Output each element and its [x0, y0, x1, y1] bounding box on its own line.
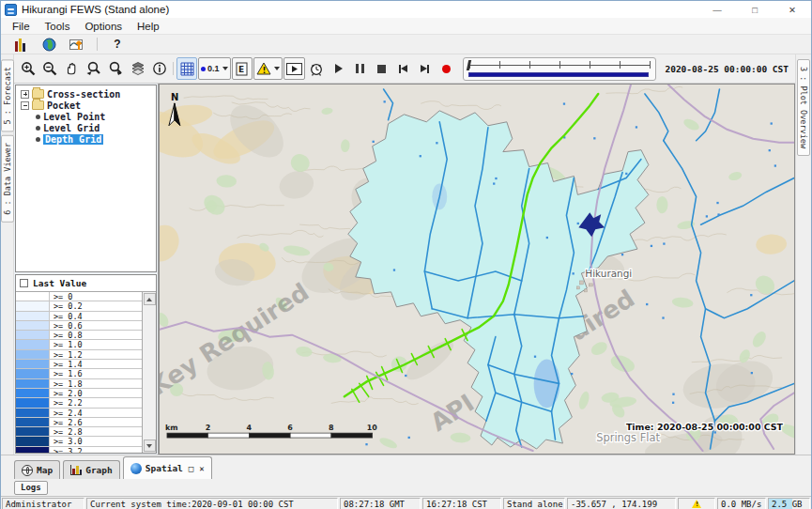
legend-row: >= 3.0	[16, 437, 142, 446]
menu-item[interactable]: Help	[130, 20, 167, 33]
legend-row: >= 2.6	[16, 418, 142, 427]
legend-swatch	[16, 350, 50, 359]
tree-node-level-point[interactable]: Level Point	[16, 111, 156, 122]
labels-toggle-button[interactable]: E	[232, 57, 253, 80]
tab-graph[interactable]: Graph	[63, 460, 120, 479]
help-button[interactable]: ?	[107, 33, 128, 55]
contour-threshold-dropdown[interactable]: 0.1	[198, 57, 231, 80]
legend-swatch	[16, 340, 50, 348]
skip-to-start-button[interactable]	[393, 57, 414, 80]
map-time-label: Time: 2020-08-25 00:00:00 CST	[626, 422, 784, 432]
logs-button[interactable]: Logs	[14, 481, 48, 495]
content-area: Cross-section Pocket Level Point	[14, 84, 795, 455]
tree-node-level-grid[interactable]: Level Grid	[16, 122, 156, 133]
scale-tick-label: 4	[246, 424, 252, 432]
time-slider-thumb[interactable]	[466, 60, 470, 70]
town-label: Hikurangi	[585, 268, 632, 279]
scroll-up-button[interactable]	[144, 293, 156, 305]
folder-icon	[32, 89, 44, 99]
time-slider[interactable]	[463, 57, 657, 81]
close-button[interactable]: ✕	[774, 1, 811, 18]
warning-layers-dropdown[interactable]: !	[253, 57, 283, 80]
zoom-in-button[interactable]	[18, 57, 38, 80]
tab-spatial[interactable]: Spatial □ ✕	[123, 456, 212, 479]
scale-tick-label: 2	[206, 424, 211, 432]
tab-map[interactable]: Map	[14, 460, 60, 479]
movie-export-button[interactable]	[283, 57, 305, 80]
skip-start-icon	[399, 65, 408, 73]
pan-button[interactable]	[61, 57, 82, 80]
legend-label: >= 3.2	[50, 447, 142, 453]
legend-row: >= 0.4	[16, 312, 142, 321]
layers-icon	[130, 61, 146, 76]
layer-tree: Cross-section Pocket Level Point	[15, 85, 157, 272]
record-button[interactable]	[437, 57, 457, 80]
scale-unit-label: km	[165, 424, 178, 432]
tab-close-icon[interactable]: ✕	[199, 464, 204, 473]
info-button[interactable]	[149, 57, 170, 80]
alarm-clock-icon	[309, 61, 325, 76]
maximize-button[interactable]: □	[736, 1, 774, 18]
tree-node-pocket[interactable]: Pocket	[16, 100, 156, 111]
menu-item[interactable]: Tools	[38, 20, 78, 33]
legend-row: >= 0.2	[16, 301, 142, 311]
tab-plot-overview[interactable]: 3 : Plot Overview	[797, 59, 810, 156]
tree-node-label: Level Point	[43, 112, 105, 122]
expand-icon[interactable]	[21, 90, 29, 99]
tab-data-viewer[interactable]: 6 : Data Viewer	[1, 135, 14, 223]
legend-swatch	[16, 360, 50, 368]
last-value-checkbox[interactable]	[20, 279, 28, 287]
chevron-down-icon	[222, 67, 228, 70]
right-tab-strip: 3 : Plot Overview	[795, 54, 811, 455]
database-display-button[interactable]	[8, 33, 31, 55]
skip-to-end-button[interactable]	[415, 57, 436, 80]
legend-swatch	[16, 369, 50, 378]
tab-graph-label: Graph	[85, 465, 113, 475]
scroll-down-button[interactable]	[144, 440, 156, 452]
play-button[interactable]	[329, 57, 349, 80]
legend-scrollbar[interactable]	[142, 292, 156, 453]
minimize-button[interactable]: —	[698, 1, 736, 18]
map-display-button[interactable]	[38, 33, 59, 55]
window-title: Hikurangi FEWS (Stand alone)	[22, 4, 169, 15]
collapse-icon[interactable]	[21, 101, 29, 110]
legend-label: >= 0.2	[50, 301, 142, 310]
pause-button[interactable]	[350, 57, 371, 80]
tab-spatial-label: Spatial	[146, 463, 183, 473]
tree-node-depth-grid[interactable]: Depth Grid	[16, 133, 156, 145]
layers-button[interactable]	[128, 57, 148, 80]
menu-item[interactable]: Options	[77, 20, 130, 33]
legend-swatch	[16, 409, 50, 417]
tab-maximize-icon[interactable]: □	[189, 464, 193, 473]
legend-row: >= 2.4	[16, 409, 142, 418]
play-icon	[335, 64, 343, 73]
zoom-next-button[interactable]	[105, 57, 127, 80]
legend-row: >= 0.6	[16, 321, 142, 331]
tree-node-label: Cross-section	[47, 89, 120, 100]
logs-row: Logs	[1, 479, 811, 496]
legend-row: >= 0	[16, 292, 142, 301]
legend-label: >= 2.6	[50, 418, 142, 426]
warning-icon	[692, 500, 701, 508]
sphere-icon	[130, 463, 142, 474]
stop-button[interactable]	[372, 57, 392, 80]
menu-item[interactable]: File	[5, 20, 38, 33]
zoom-out-button[interactable]	[39, 57, 60, 80]
zoom-in-icon	[21, 61, 36, 76]
animation-speed-button[interactable]	[306, 57, 328, 80]
map-canvas: API Key Required API Key Required	[160, 85, 794, 454]
legend-swatch	[16, 398, 50, 407]
legend-swatch	[16, 312, 50, 320]
map-viewport[interactable]: API Key Required API Key Required	[159, 84, 795, 455]
zoom-previous-button[interactable]	[83, 57, 104, 80]
legend-swatch	[16, 389, 50, 397]
legend-swatch	[16, 331, 50, 339]
status-warning[interactable]	[678, 498, 715, 509]
grid-toggle-button[interactable]	[176, 57, 197, 80]
spatial-left-panel: Cross-section Pocket Level Point	[14, 84, 159, 455]
help-icon: ?	[114, 38, 120, 51]
legend-row: >= 3.2	[16, 447, 142, 453]
timeseries-display-button[interactable]	[67, 33, 87, 55]
tab-forecast[interactable]: 5 : Forecast	[1, 59, 14, 131]
legend-label: >= 1.4	[50, 360, 142, 368]
